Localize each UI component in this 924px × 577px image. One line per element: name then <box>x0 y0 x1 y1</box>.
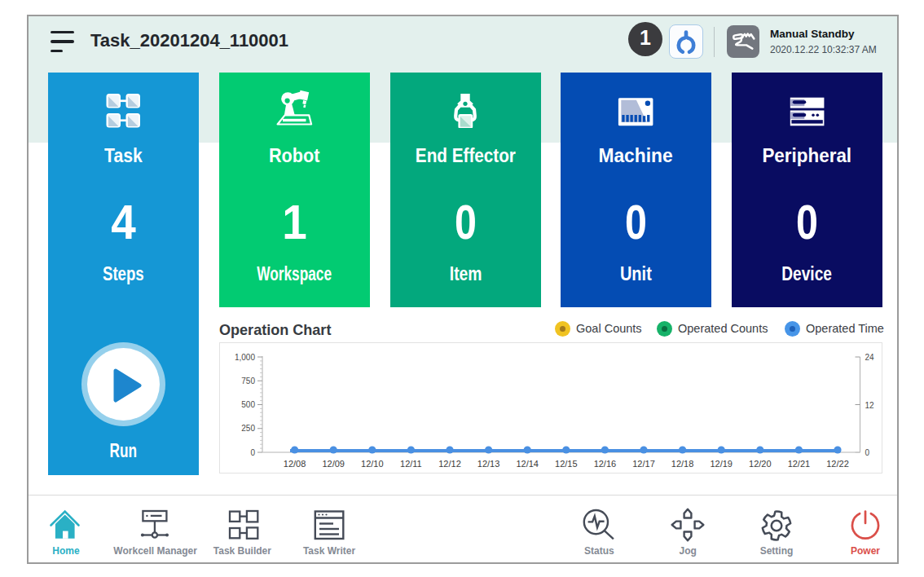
svg-text:12/20: 12/20 <box>749 459 772 469</box>
svg-text:500: 500 <box>241 400 255 409</box>
svg-text:12/16: 12/16 <box>594 459 617 469</box>
svg-text:750: 750 <box>241 377 255 385</box>
svg-text:12/09: 12/09 <box>322 459 345 469</box>
svg-text:12/17: 12/17 <box>632 459 655 469</box>
svg-text:1,000: 1,000 <box>235 353 255 362</box>
svg-text:12/21: 12/21 <box>788 459 811 469</box>
svg-text:12/19: 12/19 <box>710 459 733 469</box>
svg-text:250: 250 <box>241 424 255 433</box>
svg-text:12/08: 12/08 <box>284 459 306 469</box>
svg-text:12/10: 12/10 <box>361 459 384 469</box>
svg-text:12: 12 <box>865 401 875 410</box>
svg-text:12/11: 12/11 <box>400 459 422 469</box>
svg-text:12/14: 12/14 <box>516 459 539 469</box>
svg-text:12/18: 12/18 <box>671 459 694 469</box>
svg-text:12/12: 12/12 <box>438 459 461 469</box>
svg-text:0: 0 <box>250 448 255 457</box>
svg-text:12/22: 12/22 <box>826 459 849 469</box>
svg-text:12/13: 12/13 <box>477 459 500 469</box>
svg-text:0: 0 <box>865 448 870 457</box>
svg-text:24: 24 <box>865 353 875 362</box>
svg-text:12/15: 12/15 <box>555 459 578 469</box>
